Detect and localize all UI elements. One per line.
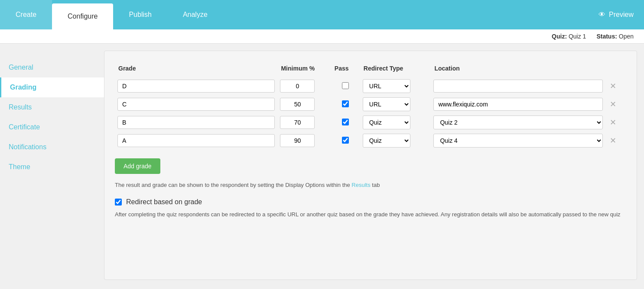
results-link[interactable]: Results (351, 182, 370, 188)
location-select-a[interactable]: Quiz 2 Quiz 4 (433, 134, 602, 148)
info-text: The result and grade can be shown to the… (115, 181, 626, 189)
tab-publish[interactable]: Publish (113, 0, 167, 29)
sidebar-item-general[interactable]: General (0, 58, 104, 77)
table-row: URL Quiz ✕ (115, 77, 626, 95)
grade-input-c[interactable] (117, 98, 275, 111)
status-info: Status: Open (596, 33, 634, 40)
header-redirect-type: Redirect Type (360, 61, 431, 77)
header-grade: Grade (115, 61, 277, 77)
main-layout: General Grading Results Certificate Noti… (0, 44, 644, 287)
pass-checkbox-d[interactable] (342, 82, 349, 89)
location-input-d[interactable] (433, 80, 602, 93)
tab-analyze[interactable]: Analyze (167, 0, 223, 29)
grade-input-b[interactable] (117, 116, 275, 129)
redirect-type-d[interactable]: URL Quiz (363, 79, 410, 93)
sidebar-item-grading[interactable]: Grading (0, 77, 104, 97)
sidebar-item-certificate[interactable]: Certificate (0, 117, 104, 137)
grade-table: Grade Minimum % Pass Redirect Type Locat… (115, 61, 626, 150)
status-bar: Quiz: Quiz 1 Status: Open (0, 29, 644, 44)
sidebar-item-theme[interactable]: Theme (0, 157, 104, 177)
eye-icon: 👁 (598, 11, 605, 19)
redirect-section: Redirect based on grade After completing… (115, 198, 626, 219)
header-minimum: Minimum % (277, 61, 331, 77)
delete-row-b[interactable]: ✕ (608, 116, 618, 129)
quiz-label: Quiz: (552, 33, 567, 40)
redirect-checkbox-row: Redirect based on grade (115, 198, 626, 206)
min-input-c[interactable] (280, 98, 315, 111)
redirect-type-b[interactable]: URL Quiz (363, 116, 410, 129)
pass-checkbox-c[interactable] (342, 100, 349, 107)
quiz-info: Quiz: Quiz 1 (552, 33, 586, 40)
min-input-d[interactable] (280, 80, 315, 93)
delete-row-c[interactable]: ✕ (608, 98, 618, 111)
sidebar: General Grading Results Certificate Noti… (0, 51, 104, 280)
preview-button[interactable]: 👁 Preview (588, 0, 644, 29)
header-delete (605, 61, 626, 77)
table-row: URL Quiz Quiz 2 Quiz 4 ✕ (115, 132, 626, 150)
header-pass: Pass (331, 61, 360, 77)
table-row: URL Quiz ✕ (115, 95, 626, 113)
redirect-label: Redirect based on grade (126, 198, 202, 206)
content-area: Grade Minimum % Pass Redirect Type Locat… (104, 51, 637, 280)
sidebar-item-notifications[interactable]: Notifications (0, 137, 104, 157)
table-row: URL Quiz Quiz 2 Quiz 4 ✕ (115, 113, 626, 132)
redirect-type-c[interactable]: URL Quiz (363, 97, 410, 111)
pass-checkbox-a[interactable] (342, 137, 349, 144)
grade-input-d[interactable] (117, 80, 275, 93)
min-input-a[interactable] (280, 134, 315, 147)
redirect-desc: After completing the quiz respondents ca… (115, 210, 626, 219)
min-input-b[interactable] (280, 116, 315, 129)
delete-row-a[interactable]: ✕ (608, 134, 618, 147)
location-select-b[interactable]: Quiz 2 Quiz 4 (433, 116, 602, 129)
redirect-checkbox[interactable] (115, 199, 122, 206)
location-input-c[interactable] (433, 98, 602, 111)
tab-create[interactable]: Create (0, 0, 52, 29)
pass-checkbox-b[interactable] (342, 119, 349, 125)
quiz-value: Quiz 1 (569, 33, 586, 40)
redirect-type-a[interactable]: URL Quiz (363, 134, 410, 148)
grade-input-a[interactable] (117, 134, 275, 147)
sidebar-item-results[interactable]: Results (0, 97, 104, 117)
tab-configure[interactable]: Configure (52, 3, 113, 29)
status-value: Open (619, 33, 634, 40)
delete-row-d[interactable]: ✕ (608, 80, 618, 93)
header-location: Location (431, 61, 605, 77)
add-grade-button[interactable]: Add grade (115, 158, 160, 174)
top-nav: Create Configure Publish Analyze 👁 Previ… (0, 0, 644, 29)
status-label: Status: (596, 33, 617, 40)
preview-label: Preview (609, 11, 634, 19)
